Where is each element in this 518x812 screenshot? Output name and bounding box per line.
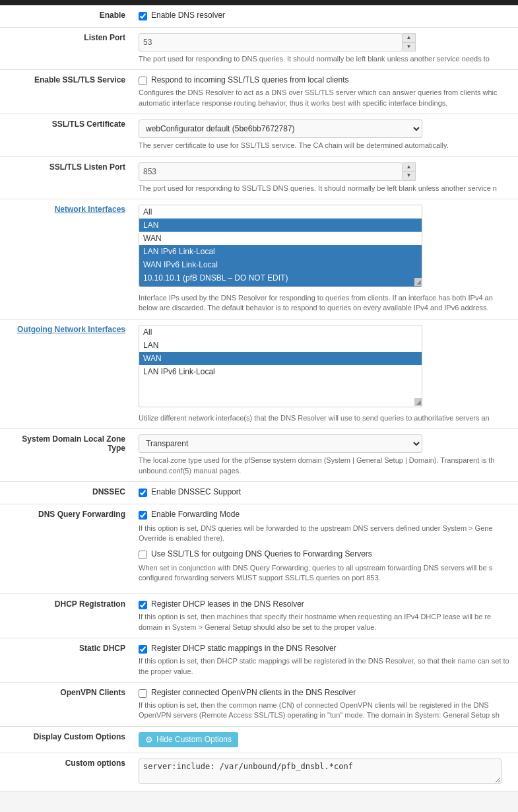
- enable-ssl-tls-label: Respond to incoming SSL/TLS queries from…: [151, 75, 348, 85]
- system-domain-local-zone-type-help: The local-zone type used for the pfSense…: [139, 456, 511, 476]
- static-dhcp-row-label: Static DHCP: [0, 638, 132, 683]
- listen-port-value-cell: ▲▼The port used for responding to DNS qu…: [132, 28, 518, 70]
- network-interfaces-listbox[interactable]: AllLANWANLAN IPv6 Link-LocalWAN IPv6 Lin…: [139, 205, 422, 287]
- enable-value-cell: Enable DNS resolver: [132, 5, 518, 28]
- display-custom-options-row-label: Display Custom Options: [0, 726, 132, 753]
- openvpn-clients-row-label: OpenVPN Clients: [0, 683, 132, 727]
- row-ssl-tls-certificate: SSL/TLS CertificatewebConfigurator defau…: [0, 114, 518, 156]
- enable-row-label: Enable: [0, 5, 132, 28]
- dns-query-forwarding-label-1: Use SSL/TLS for outgoing DNS Queries to …: [151, 549, 372, 558]
- network-interfaces-item-2[interactable]: WAN: [139, 232, 422, 245]
- network-interfaces-value-cell: AllLANWANLAN IPv6 Link-LocalWAN IPv6 Lin…: [132, 199, 518, 319]
- dns-query-forwarding-checkbox-1[interactable]: [139, 551, 147, 559]
- enable-label: Enable DNS resolver: [151, 11, 225, 20]
- network-interfaces-item-6[interactable]: Localhost: [139, 285, 422, 287]
- network-interfaces-row-label: Network Interfaces: [0, 199, 132, 319]
- listen-port-spinner[interactable]: ▲▼: [403, 33, 416, 51]
- outgoing-network-interfaces-item-3[interactable]: LAN IPv6 Link-Local: [139, 365, 422, 378]
- listen-port-row-label: Listen Port: [0, 28, 132, 70]
- ssl-tls-listen-port-spinner[interactable]: ▲▼: [403, 162, 416, 181]
- network-interfaces-label-link[interactable]: Network Interfaces: [55, 205, 125, 214]
- dnssec-value-cell: Enable DNSSEC Support: [132, 481, 518, 504]
- dhcp-registration-value-cell: Register DHCP leases in the DNS Resolver…: [132, 594, 518, 638]
- ssl-tls-listen-port-row-label: SSL/TLS Listen Port: [0, 156, 132, 199]
- outgoing-network-interfaces-listbox[interactable]: AllLANWANLAN IPv6 Link-Local: [139, 325, 422, 407]
- dhcp-registration-row-label: DHCP Registration: [0, 594, 132, 638]
- network-interfaces-help: Interface IPs used by the DNS Resolver f…: [139, 293, 511, 314]
- dns-query-forwarding-value-cell: Enable Forwarding ModeIf this option is …: [132, 504, 518, 594]
- row-listen-port: Listen Port▲▼The port used for respondin…: [0, 28, 518, 70]
- ssl-tls-listen-port-help: The port used for responding to SSL/TLS …: [139, 184, 511, 193]
- network-interfaces-item-0[interactable]: All: [139, 205, 422, 219]
- outgoing-network-interfaces-row-label: Outgoing Network Interfaces: [0, 319, 132, 428]
- enable-checkbox[interactable]: [139, 12, 147, 20]
- network-interfaces-resize-handle[interactable]: ◢: [414, 278, 422, 286]
- row-ssl-tls-listen-port: SSL/TLS Listen Port▲▼The port used for r…: [0, 156, 518, 199]
- dnssec-checkbox[interactable]: [139, 489, 147, 497]
- dns-query-forwarding-help-0: If this option is set, DNS queries will …: [139, 524, 511, 544]
- row-custom-options: Custom options: [0, 753, 518, 791]
- network-interfaces-item-5[interactable]: 10.10.10.1 (pfB DNSBL – DO NOT EDIT): [139, 271, 422, 285]
- outgoing-network-interfaces-value-cell: AllLANWANLAN IPv6 Link-Local◢Utilize dif…: [132, 319, 518, 428]
- network-interfaces-item-3[interactable]: LAN IPv6 Link-Local: [139, 245, 422, 258]
- dhcp-registration-help: If this option is set, then machines tha…: [139, 612, 511, 632]
- dns-query-forwarding-checkbox-0[interactable]: [139, 511, 147, 520]
- network-interfaces-item-4[interactable]: WAN IPv6 Link-Local: [139, 258, 422, 271]
- outgoing-network-interfaces-help: Utilize different network interface(s) t…: [139, 413, 511, 423]
- settings-table: EnableEnable DNS resolverListen Port▲▼Th…: [0, 5, 518, 792]
- openvpn-clients-value-cell: Register connected OpenVPN clients in th…: [132, 683, 518, 727]
- hide-custom-options-label: Hide Custom Options: [156, 735, 232, 744]
- top-bar: [0, 0, 518, 5]
- row-dnssec: DNSSECEnable DNSSEC Support: [0, 481, 518, 504]
- outgoing-network-interfaces-resize-handle[interactable]: ◢: [414, 398, 422, 406]
- row-network-interfaces: Network InterfacesAllLANWANLAN IPv6 Link…: [0, 199, 518, 319]
- hide-custom-options-button[interactable]: Hide Custom Options: [139, 732, 238, 747]
- static-dhcp-checkbox[interactable]: [139, 645, 147, 654]
- custom-options-textarea[interactable]: [139, 759, 502, 784]
- ssl-tls-certificate-row-label: SSL/TLS Certificate: [0, 114, 132, 156]
- static-dhcp-label: Register DHCP static mappings in the DNS…: [151, 644, 337, 653]
- dhcp-registration-label: Register DHCP leases in the DNS Resolver: [151, 599, 304, 609]
- custom-options-value-cell: [132, 753, 518, 791]
- dns-query-forwarding-row-label: DNS Query Forwarding: [0, 504, 132, 594]
- enable-ssl-tls-help: Configures the DNS Resolver to act as a …: [139, 88, 511, 108]
- dns-query-forwarding-label-0: Enable Forwarding Mode: [151, 510, 240, 519]
- enable-ssl-tls-value-cell: Respond to incoming SSL/TLS queries from…: [132, 70, 518, 114]
- dhcp-registration-checkbox[interactable]: [139, 601, 147, 609]
- dns-query-forwarding-help-1: When set in conjunction with DNS Query F…: [139, 563, 511, 584]
- dnssec-row-label: DNSSEC: [0, 481, 132, 504]
- ssl-tls-listen-port-value-cell: ▲▼The port used for responding to SSL/TL…: [132, 156, 518, 199]
- enable-ssl-tls-checkbox[interactable]: [139, 77, 147, 85]
- row-static-dhcp: Static DHCPRegister DHCP static mappings…: [0, 638, 518, 683]
- openvpn-clients-help: If this option is set, then the common n…: [139, 700, 511, 721]
- ssl-tls-certificate-value-cell: webConfigurator default (5be6bb7672787)T…: [132, 114, 518, 156]
- enable-ssl-tls-row-label: Enable SSL/TLS Service: [0, 70, 132, 114]
- row-enable: EnableEnable DNS resolver: [0, 5, 518, 28]
- outgoing-network-interfaces-label-link[interactable]: Outgoing Network Interfaces: [17, 325, 125, 334]
- outgoing-network-interfaces-item-1[interactable]: LAN: [139, 339, 422, 352]
- system-domain-local-zone-type-select[interactable]: Transparent: [139, 434, 422, 453]
- ssl-tls-listen-port-input[interactable]: [139, 162, 403, 181]
- system-domain-local-zone-type-row-label: System Domain Local Zone Type: [0, 429, 132, 482]
- outgoing-network-interfaces-item-0[interactable]: All: [139, 325, 422, 339]
- row-dns-query-forwarding: DNS Query ForwardingEnable Forwarding Mo…: [0, 504, 518, 594]
- row-dhcp-registration: DHCP RegistrationRegister DHCP leases in…: [0, 594, 518, 638]
- custom-options-row-label: Custom options: [0, 753, 132, 791]
- display-custom-options-value-cell: Hide Custom Options: [132, 726, 518, 753]
- row-outgoing-network-interfaces: Outgoing Network InterfacesAllLANWANLAN …: [0, 319, 518, 428]
- row-openvpn-clients: OpenVPN ClientsRegister connected OpenVP…: [0, 683, 518, 727]
- row-system-domain-local-zone-type: System Domain Local Zone TypeTransparent…: [0, 429, 518, 482]
- ssl-tls-certificate-help: The server certificate to use for SSL/TL…: [139, 141, 511, 151]
- openvpn-clients-checkbox[interactable]: [139, 689, 147, 698]
- network-interfaces-item-1[interactable]: LAN: [139, 219, 422, 232]
- outgoing-network-interfaces-item-2[interactable]: WAN: [139, 352, 422, 365]
- listen-port-help: The port used for responding to DNS quer…: [139, 54, 511, 64]
- system-domain-local-zone-type-value-cell: TransparentThe local-zone type used for …: [132, 429, 518, 482]
- openvpn-clients-label: Register connected OpenVPN clients in th…: [151, 688, 356, 697]
- row-display-custom-options: Display Custom OptionsHide Custom Option…: [0, 726, 518, 753]
- dnssec-label: Enable DNSSEC Support: [151, 487, 241, 496]
- gear-icon: [145, 735, 153, 745]
- listen-port-input[interactable]: [139, 33, 403, 51]
- static-dhcp-value-cell: Register DHCP static mappings in the DNS…: [132, 638, 518, 683]
- ssl-tls-certificate-select[interactable]: webConfigurator default (5be6bb7672787): [139, 119, 422, 138]
